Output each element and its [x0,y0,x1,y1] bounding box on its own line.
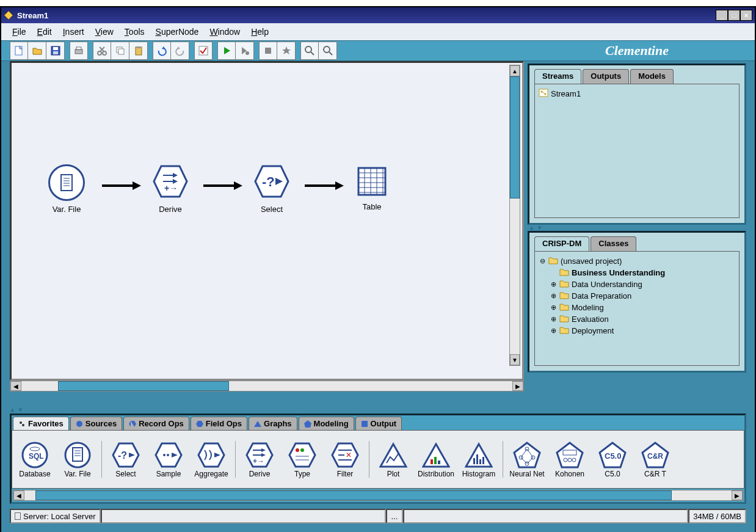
palette-item-sample[interactable]: Sample [147,440,190,478]
ptab-output[interactable]: Output [355,417,402,430]
panel-splitter-main[interactable]: ▲▼ [1,406,755,414]
status-server: Server: Local Server [10,509,101,523]
ptab-sources[interactable]: Sources [70,417,122,430]
menu-view[interactable]: View [90,25,118,38]
close-button[interactable]: × [740,10,752,21]
palette-item-aggregate[interactable]: Aggregate [190,440,233,478]
menu-supernode[interactable]: SuperNode [151,25,204,38]
scroll-down-icon[interactable]: ▼ [510,354,520,365]
square-icon [361,420,368,428]
phase-label: Business Understanding [572,268,665,277]
tb-cut[interactable] [93,42,111,60]
tb-paste[interactable] [129,42,148,60]
tb-run[interactable] [217,42,236,60]
menu-help[interactable]: Help [246,25,274,38]
palette-horizontal-scrollbar[interactable]: ◀ ▶ [13,490,743,501]
window-title: Stream1 [17,11,716,20]
tb-copy[interactable] [111,42,129,60]
expander-icon[interactable]: ⊕ [550,280,557,288]
palette-item-c-r-t[interactable]: C&RC&R T [634,440,677,478]
palette-item-histogram[interactable]: Histogram [457,440,500,478]
palette-item-icon: C&R [634,440,677,470]
scroll-left-icon[interactable]: ◀ [10,381,21,391]
menu-edit[interactable]: Edit [32,25,57,38]
phase-modeling[interactable]: ⊕ Modeling [539,302,735,313]
palette-item-database[interactable]: SQLDatabase [13,440,56,478]
menu-tools[interactable]: Tools [120,25,150,38]
node-var-file[interactable]: Var. File [48,164,85,214]
pentagon-icon [304,420,311,428]
tb-zoom-out[interactable] [319,42,337,60]
expander-icon[interactable]: ⊕ [550,292,557,300]
status-more-button[interactable]: ... [386,509,403,523]
expander-icon[interactable]: ⊕ [550,304,557,312]
expander-icon[interactable]: ⊖ [539,257,546,265]
palette-item-derive[interactable]: +→Derive [238,440,281,478]
phase-data-preparation[interactable]: ⊕ Data Preparation [539,290,735,302]
node-derive[interactable]: +→ Derive [152,164,189,214]
tab-streams[interactable]: Streams [534,69,581,84]
palette-divider [235,441,236,478]
status-message [101,509,386,523]
tb-redo[interactable] [171,42,189,60]
tb-save[interactable] [46,42,65,60]
scroll-left-icon[interactable]: ◀ [13,490,24,500]
scroll-up-icon[interactable]: ▲ [510,65,520,76]
palette-item-c5-0[interactable]: C5.0C5.0 [591,440,634,478]
svg-marker-65 [196,421,203,427]
phase-data-understanding[interactable]: ⊕ Data Understanding [539,279,735,290]
svg-text:C5.0: C5.0 [605,451,621,461]
tab-crisp-dm[interactable]: CRISP-DM [534,236,589,251]
tb-check[interactable] [194,42,213,60]
svg-point-62 [22,424,24,426]
tab-outputs[interactable]: Outputs [583,69,629,84]
palette-item-filter[interactable]: ✕Filter [324,440,366,478]
phase-evaluation[interactable]: ⊕ Evaluation [539,313,735,325]
palette-item-icon: C5.0 [591,440,634,470]
minimize-button[interactable]: _ [716,10,728,21]
tb-run-selection[interactable] [236,42,254,60]
canvas-vertical-scrollbar[interactable]: ▲ ▼ [509,65,520,366]
ptab-record-ops[interactable]: Record Ops [123,417,189,430]
palette-item-icon: ✕ [324,440,366,470]
project-root[interactable]: ⊖ (unsaved project) [539,255,735,267]
menu-insert[interactable]: Insert [58,25,89,38]
ptab-favorites[interactable]: Favorites [13,417,69,430]
tb-zoom-in[interactable] [300,42,319,60]
svg-point-94 [300,448,304,452]
scroll-right-icon[interactable]: ▶ [512,381,523,391]
tab-models[interactable]: Models [630,69,674,84]
ptab-modeling[interactable]: Modeling [299,417,354,430]
tb-new[interactable] [10,42,28,60]
palette-item-var-file[interactable]: Var. File [56,440,99,478]
node-select[interactable]: -? Select [253,164,290,214]
menu-file[interactable]: File [7,25,31,38]
palette-item-neural-net[interactable]: Neural Net [506,440,548,478]
tb-print[interactable] [70,42,88,60]
maximize-button[interactable]: □ [728,10,740,21]
palette-item-type[interactable]: Type [281,440,324,478]
canvas-horizontal-scrollbar[interactable]: ◀ ▶ [10,381,524,392]
stream-canvas[interactable]: Var. File +→ Derive -? Select [10,61,524,381]
palette-item-icon [457,440,500,470]
tb-stop[interactable] [259,42,277,60]
stream-item[interactable]: Stream1 [539,88,735,100]
palette-item-plot[interactable]: Plot [372,440,415,478]
node-table[interactable]: Table [355,164,389,211]
tb-undo[interactable] [153,42,171,60]
tb-star[interactable] [277,42,296,60]
phase-business-understanding[interactable]: Business Understanding [539,267,735,279]
palette-item-distribution[interactable]: Distribution [415,440,457,478]
palette-item-select[interactable]: -?Select [104,440,147,478]
panel-splitter-right[interactable]: ▲▼ [528,225,746,231]
expander-icon[interactable]: ⊕ [550,327,557,335]
scroll-right-icon[interactable]: ▶ [732,490,743,500]
ptab-graphs[interactable]: Graphs [249,417,297,430]
menu-window[interactable]: Window [205,25,245,38]
palette-item-kohonen[interactable]: Kohonen [548,440,591,478]
expander-icon[interactable]: ⊕ [550,315,557,323]
tb-open[interactable] [28,42,46,60]
phase-deployment[interactable]: ⊕ Deployment [539,325,735,337]
ptab-field-ops[interactable]: Field Ops [191,417,247,430]
tab-classes[interactable]: Classes [591,236,636,251]
